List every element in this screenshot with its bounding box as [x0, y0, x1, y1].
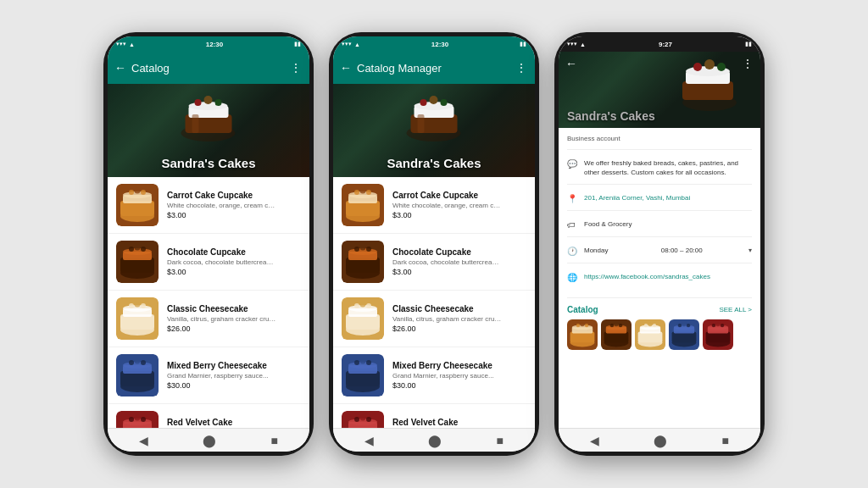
list-item[interactable]: Classic Cheesecake Vanilla, citrus, grah… [333, 291, 535, 347]
svg-point-4 [195, 99, 202, 106]
svg-point-23 [141, 247, 146, 252]
battery-icon-3: ▮▮ [745, 41, 752, 47]
svg-point-38 [135, 358, 141, 364]
phone-1-battery: ▮▮ [294, 41, 301, 47]
see-all-button[interactable]: SEE ALL > [719, 306, 752, 313]
svg-point-141 [715, 323, 720, 327]
svg-point-6 [215, 99, 222, 106]
home-nav-icon-2[interactable]: ⬤ [428, 434, 442, 447]
catalog-thumb-item[interactable] [703, 319, 733, 350]
item-price: $26.00 [167, 324, 301, 333]
svg-point-70 [360, 245, 366, 251]
back-nav-icon[interactable]: ◀ [139, 434, 148, 447]
item-description: White chocolate, orange, cream cheese... [167, 202, 277, 209]
catalog-label: Catalog [567, 305, 598, 314]
catalog-thumb-item[interactable] [635, 319, 665, 350]
item-price: $30.00 [392, 381, 526, 390]
expand-icon[interactable]: ▾ [748, 247, 752, 254]
phone-2-time: 12:30 [431, 41, 448, 48]
item-name: Mixed Berry Cheesecake [392, 361, 526, 370]
hours-row[interactable]: 🕐 Monday 08:00 – 20:00 ▾ [567, 246, 752, 263]
list-item[interactable]: Classic Cheesecake Vanilla, citrus, grah… [108, 291, 309, 347]
svg-point-5 [204, 96, 213, 104]
item-info: Mixed Berry Cheesecake Grand Marnier, ra… [392, 361, 526, 390]
list-item[interactable]: Chocolate Cupcake Dark cocoa, chocolate … [333, 234, 535, 291]
phone-1-time: 12:30 [206, 41, 223, 48]
svg-point-39 [141, 360, 146, 365]
svg-rect-55 [418, 114, 425, 133]
list-item[interactable]: Red Velvet Cake Buttermilk, cocoa, cream… [108, 404, 309, 428]
recents-nav-icon-2[interactable]: ■ [496, 434, 503, 447]
list-item[interactable]: Carrot Cake Cupcake White chocolate, ora… [108, 177, 309, 234]
svg-point-133 [682, 323, 686, 327]
svg-point-132 [678, 324, 682, 327]
item-description: Grand Marnier, raspberry sauce... [392, 372, 503, 380]
phone-2-back-button[interactable]: ← [340, 61, 352, 75]
home-nav-icon[interactable]: ⬤ [203, 434, 216, 447]
svg-point-37 [129, 360, 134, 365]
item-info: Chocolate Cupcake Dark cocoa, chocolate … [392, 247, 526, 276]
list-item[interactable]: Mixed Berry Cheesecake Grand Marnier, ra… [333, 347, 535, 404]
back-nav-icon-3[interactable]: ◀ [590, 434, 599, 447]
business-account-badge: Business account [567, 135, 752, 150]
catalog-section: Catalog SEE ALL > [567, 297, 752, 350]
item-name: Red Velvet Cake [392, 418, 526, 427]
phone-1-status-bar: ▾▾▾ ▲ 12:30 ▮▮ [108, 36, 309, 52]
tag-icon: 🏷 [567, 220, 577, 230]
catalog-thumb-item[interactable] [669, 319, 699, 350]
item-name: Carrot Cake Cupcake [392, 191, 526, 200]
website-row: 🌐 https://www.facebook.com/sandras_cakes [567, 272, 752, 289]
item-description: Vanilla, citrus, graham cracker crust... [392, 315, 503, 323]
back-nav-icon-2[interactable]: ◀ [364, 434, 374, 447]
svg-point-142 [721, 324, 724, 327]
list-item[interactable]: Red Velvet Cake Buttermilk, cocoa, cream… [333, 404, 535, 428]
svg-point-46 [135, 415, 141, 421]
svg-point-45 [129, 417, 134, 422]
phone-3-battery: ▮▮ [745, 41, 752, 47]
item-price: $26.00 [392, 324, 526, 333]
svg-point-71 [366, 247, 371, 252]
list-item[interactable]: Carrot Cake Cupcake White chocolate, ora… [333, 177, 535, 234]
item-name: Classic Cheesecake [167, 304, 301, 313]
phone-2-menu-button[interactable]: ⋮ [515, 61, 528, 75]
phone-1: ▾▾▾ ▲ 12:30 ▮▮ ← Catalog ⋮ [103, 32, 314, 456]
item-thumbnail [116, 354, 159, 396]
phone-1-hero: Sandra's Cakes [108, 84, 309, 177]
web-icon: 🌐 [567, 273, 577, 282]
phone-1-menu-button[interactable]: ⋮ [290, 61, 303, 75]
svg-point-117 [614, 323, 618, 327]
address-row: 📍 201, Areniia Corner, Vashi, Mumbai [567, 193, 752, 211]
catalog-thumb-item[interactable] [567, 319, 598, 350]
list-item[interactable]: Chocolate Cupcake Dark cocoa, chocolate … [108, 234, 309, 291]
recents-nav-icon[interactable]: ■ [270, 434, 277, 447]
item-thumbnail [116, 411, 159, 428]
catalog-header: Catalog SEE ALL > [567, 305, 752, 314]
address-text[interactable]: 201, Areniia Corner, Vashi, Mumbai [584, 193, 690, 202]
phone-2-hero-title: Sandra's Cakes [387, 156, 481, 177]
phone-1-back-button[interactable]: ← [114, 61, 126, 75]
catalog-thumb-item[interactable] [601, 319, 632, 350]
phone-2-top-bar: ← Catalog Manager ⋮ [333, 52, 535, 84]
phone-1-list[interactable]: Carrot Cake Cupcake White chocolate, ora… [108, 177, 309, 428]
item-name: Classic Cheesecake [392, 304, 526, 313]
phone-3-back-button[interactable]: ← [565, 57, 577, 70]
item-description: Vanilla, citrus, graham cracker crust... [167, 315, 277, 323]
svg-point-14 [135, 188, 141, 194]
phone-3-screen: ▾▾▾ ▲ 9:27 ▮▮ [559, 36, 760, 452]
phone-1-screen: ▾▾▾ ▲ 12:30 ▮▮ ← Catalog ⋮ [108, 36, 309, 452]
signal-icon-2: ▾▾▾ [342, 41, 352, 47]
phone-2-list[interactable]: Carrot Cake Cupcake White chocolate, ora… [333, 177, 535, 428]
recents-nav-icon-3[interactable]: ■ [721, 434, 728, 447]
item-name: Mixed Berry Cheesecake [167, 361, 301, 370]
svg-point-54 [441, 99, 448, 106]
website-link[interactable]: https://www.facebook.com/sandras_cakes [584, 272, 710, 281]
svg-point-87 [366, 360, 371, 365]
svg-point-52 [420, 99, 427, 106]
item-description: Dark cocoa, chocolate buttercream... [167, 258, 277, 266]
catalog-thumbnails [567, 319, 752, 350]
phone-3-menu-button[interactable]: ⋮ [742, 57, 754, 70]
home-nav-icon-3[interactable]: ⬤ [654, 434, 667, 447]
item-thumbnail [116, 297, 159, 340]
svg-point-47 [141, 417, 146, 422]
list-item[interactable]: Mixed Berry Cheesecake Grand Marnier, ra… [108, 347, 309, 404]
